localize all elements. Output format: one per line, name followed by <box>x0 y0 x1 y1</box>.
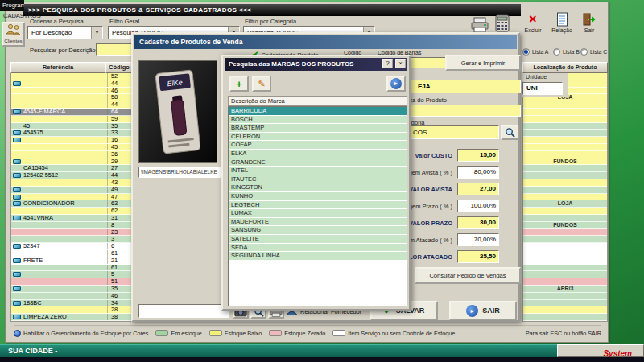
brand-list-item[interactable]: INTEL <box>229 167 407 175</box>
table-row[interactable]: 59 <box>11 116 132 123</box>
sort-order-select[interactable]: Por Descrição ▼ <box>27 26 103 39</box>
table-row[interactable]: 51 <box>11 278 132 286</box>
table-row[interactable]: CA1545427 <box>11 165 132 172</box>
location-cell[interactable] <box>523 179 607 187</box>
help-button[interactable]: ? <box>382 59 393 68</box>
radio-lista-b[interactable]: Lista B <box>553 48 580 56</box>
table-row[interactable]: 44 <box>11 80 132 88</box>
brand-list-item[interactable]: BOSCH <box>229 116 407 125</box>
location-cell[interactable]: APR/3 <box>523 286 607 293</box>
brand-list-item[interactable]: ELKA <box>229 150 407 158</box>
table-row[interactable]: 47 <box>11 194 132 201</box>
price-value-field[interactable]: 27,00 <box>457 183 499 195</box>
radio-lista-c[interactable]: Lista C <box>580 48 607 56</box>
price-value-field[interactable]: 80,00% <box>457 166 499 179</box>
exit-button[interactable]: Sair <box>576 11 603 42</box>
close-icon[interactable]: × <box>395 59 406 68</box>
table-row[interactable]: 3 <box>11 236 132 243</box>
column-header-codigo[interactable]: Código <box>105 62 133 73</box>
location-cell[interactable]: LOJA <box>523 200 607 208</box>
table-row[interactable]: 61 <box>11 265 132 272</box>
location-cell[interactable] <box>523 265 607 272</box>
table-row[interactable]: 58 <box>11 94 132 101</box>
location-cell[interactable] <box>523 300 607 307</box>
location-cell[interactable] <box>523 137 607 144</box>
brand-list-item[interactable]: KINGSTON <box>229 183 407 192</box>
location-cell[interactable] <box>523 130 607 137</box>
location-cell[interactable] <box>523 257 607 265</box>
brand-list-item[interactable]: BRASTEMP <box>229 124 407 133</box>
table-row[interactable]: LIMPEZA ZERO38 <box>11 314 132 321</box>
table-row[interactable]: 188BC34 <box>11 300 132 307</box>
table-row[interactable]: CONDICIONADOR63 <box>11 200 132 208</box>
table-row[interactable]: 46 <box>11 293 132 300</box>
location-cell[interactable] <box>523 215 607 222</box>
brands-modal-titlebar[interactable]: Pesquisa das MARCAS DOS PRODUTOS <box>225 58 407 71</box>
table-row[interactable]: 45457533 <box>11 130 132 137</box>
table-row[interactable]: 29 <box>11 158 132 166</box>
location-cell[interactable]: FUNDOS <box>523 158 607 166</box>
location-cell[interactable] <box>523 187 607 194</box>
location-cell[interactable] <box>523 144 607 151</box>
brand-list-item[interactable]: SEDA <box>229 244 407 253</box>
table-row[interactable]: 62 <box>11 208 132 215</box>
image-path-field[interactable]: \IMAGENS\BRILHOLABIALELKE <box>138 167 229 178</box>
table-row[interactable]: 35 <box>11 286 132 293</box>
brand-list-item[interactable]: SEGUNDA LINHA <box>229 252 407 261</box>
table-row[interactable]: 5 <box>11 271 132 278</box>
price-value-field[interactable]: 100,00% <box>457 200 499 212</box>
table-row[interactable]: 44 <box>11 101 132 109</box>
table-row[interactable]: 61 <box>11 250 132 257</box>
add-brand-button[interactable]: + <box>229 76 249 92</box>
column-header-referencia[interactable]: Referência <box>10 62 105 73</box>
table-row[interactable]: 49 <box>11 187 132 194</box>
table-row[interactable]: 46 <box>11 88 132 95</box>
location-cell[interactable] <box>523 278 607 286</box>
table-row[interactable]: 523476 <box>11 243 132 250</box>
table-row[interactable]: 16 <box>11 137 132 144</box>
clientes-toolbar-button[interactable]: Clientes <box>2 22 25 47</box>
location-cell[interactable] <box>523 208 607 215</box>
location-cell[interactable] <box>523 306 607 314</box>
brand-list-item[interactable]: LUMAX <box>229 209 407 218</box>
location-cell[interactable] <box>523 236 607 243</box>
column-header-localizacao[interactable]: Localização do Produto <box>522 62 608 73</box>
main-window-titlebar[interactable]: >>> PESQUISA DOS PRODUTOS & SERVIÇOS CAD… <box>23 4 521 16</box>
price-value-field[interactable]: 15,00 <box>457 149 499 162</box>
price-value-field[interactable]: 25,50 <box>457 250 499 263</box>
search-input[interactable] <box>96 43 134 56</box>
consult-sales-order-button[interactable]: Consultar Pedido de Vendas <box>415 267 521 284</box>
location-cell[interactable] <box>523 194 607 201</box>
brand-list-item[interactable]: COFAP <box>229 141 407 150</box>
table-row[interactable]: 28 <box>11 306 132 314</box>
table-row[interactable]: 52 <box>11 73 132 80</box>
location-cell[interactable]: FUNDOS <box>523 222 607 229</box>
table-row[interactable]: FRETE21 <box>11 257 132 265</box>
brand-list-item[interactable]: BARRICUDA <box>229 107 407 116</box>
table-row[interactable]: 4541VNRA31 <box>11 215 132 222</box>
table-row[interactable]: 36 <box>11 151 132 158</box>
brand-list-item[interactable]: GRANDENE <box>229 158 407 167</box>
generate-print-button[interactable]: Gerar e Imprimir <box>445 55 521 71</box>
confirm-brand-button[interactable]: ► <box>386 76 406 92</box>
exit-modal-button[interactable]: ► SAIR <box>449 301 517 320</box>
brand-list-item[interactable]: KUNHO <box>229 192 407 201</box>
photo-file-input[interactable] <box>138 304 229 318</box>
location-cell[interactable] <box>523 271 607 278</box>
brand-list-item[interactable]: MADEFORTE <box>229 218 407 227</box>
legend-enable[interactable]: Habilitar o Gerenciamento do Estoque por… <box>14 330 148 337</box>
brand-list-item[interactable]: ITAUTEC <box>229 175 407 184</box>
brand-list-item[interactable]: SATELITE <box>229 235 407 244</box>
category-search-button[interactable] <box>501 125 519 140</box>
location-cell[interactable] <box>523 172 607 179</box>
price-value-field[interactable]: 70,00% <box>457 233 499 246</box>
edit-brand-button[interactable]: ✎ <box>252 76 271 92</box>
location-cell[interactable] <box>523 314 607 321</box>
table-row[interactable]: 125482 551244 <box>11 172 132 179</box>
location-cell[interactable] <box>523 243 607 250</box>
location-cell[interactable] <box>523 151 607 158</box>
table-row[interactable]: 45 <box>11 144 132 151</box>
product-register-titlebar[interactable]: Cadastro de Produtos de Venda <box>134 35 517 49</box>
location-cell[interactable] <box>523 109 607 116</box>
table-row[interactable]: 4545-F MARCA64 <box>11 109 132 116</box>
